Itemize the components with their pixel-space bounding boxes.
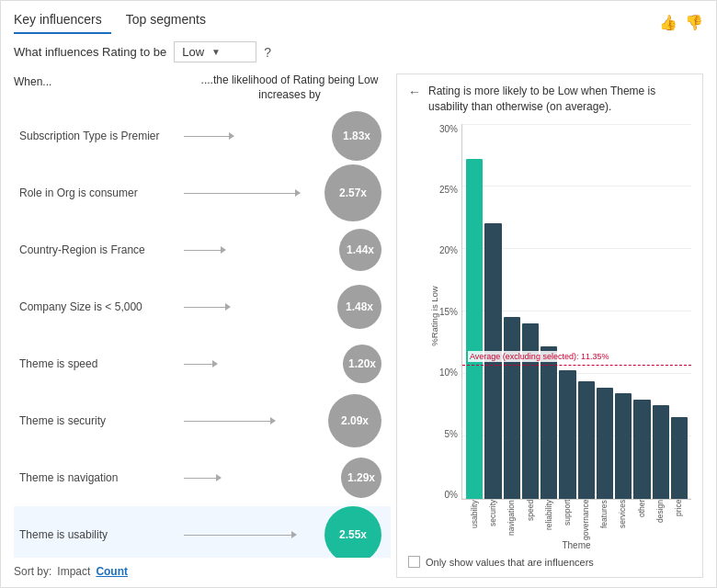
help-icon[interactable]: ? [264, 45, 271, 60]
y-tick: 30% [439, 124, 458, 134]
bar-wrapper [559, 124, 575, 499]
x-axis-title: Theme [461, 540, 691, 550]
arrow-line [184, 421, 275, 422]
bar[interactable] [559, 370, 575, 499]
influencer-item[interactable]: Theme is security2.09x [14, 392, 391, 449]
influencer-label: Company Size is < 5,000 [14, 300, 184, 313]
tab-key-influencers[interactable]: Key influencers [14, 10, 111, 34]
x-label: features [595, 500, 613, 538]
influencer-label: Theme is usability [14, 528, 184, 541]
multiplier-circle: 2.09x [328, 394, 381, 447]
arrow-line [184, 193, 300, 194]
when-header: When... [14, 74, 198, 102]
bottom-row: Only show values that are influencers [408, 556, 691, 568]
arrowhead-icon [229, 132, 234, 140]
bar[interactable] [522, 323, 539, 499]
average-label: Average (excluding selected): 11.35% [468, 351, 610, 362]
x-label: other [632, 500, 651, 538]
right-title: Rating is more likely to be Low when The… [428, 84, 691, 115]
checkbox-label: Only show values that are influencers [426, 557, 594, 568]
bar[interactable] [578, 381, 595, 499]
filter-row: What influences Rating to be Low ▼ ? [14, 41, 703, 62]
bars-container: Average (excluding selected): 11.35% [461, 124, 691, 500]
influencer-label: Theme is security [14, 414, 184, 427]
sort-count[interactable]: Count [96, 565, 128, 578]
bar[interactable] [541, 346, 557, 499]
bar[interactable] [504, 317, 520, 499]
bar-wrapper [484, 124, 501, 499]
back-arrow-icon[interactable]: ← [408, 85, 421, 99]
x-label: security [484, 500, 502, 538]
influencer-arrow: 1.83x [184, 113, 391, 159]
bar[interactable] [653, 405, 669, 499]
bar[interactable] [615, 393, 632, 499]
x-label: support [558, 500, 576, 538]
bar[interactable] [633, 400, 650, 499]
arrowhead-icon [270, 417, 276, 424]
y-tick: 0% [445, 490, 458, 500]
influencer-label: Theme is speed [14, 357, 184, 370]
arrow-line [184, 250, 225, 251]
thumbs-up-icon[interactable]: 👍 [659, 14, 677, 31]
right-panel: ← Rating is more likely to be Low when T… [396, 74, 703, 578]
bars-row: 30%25%20%15%10%5%0%Average (excluding se… [436, 124, 691, 500]
arrow-line [184, 535, 296, 536]
x-label: speed [521, 500, 540, 538]
influencer-item[interactable]: Theme is speed1.20x [14, 335, 391, 392]
only-influencers-checkbox[interactable] [408, 556, 420, 568]
thumbs-down-icon[interactable]: 👎 [685, 14, 703, 31]
filter-dropdown[interactable]: Low ▼ [174, 41, 256, 62]
bar[interactable] [671, 417, 688, 499]
tabs: Key influencers Top segments [14, 10, 215, 34]
multiplier-circle: 1.44x [339, 229, 381, 271]
bar-wrapper [615, 124, 632, 499]
x-axis-labels: usabilitysecuritynavigationspeedreliabil… [461, 500, 691, 538]
sort-impact[interactable]: Impact [57, 565, 90, 578]
multiplier-circle: 1.48x [337, 285, 381, 329]
influencer-arrow: 2.09x [184, 398, 391, 444]
bar-wrapper [597, 124, 613, 499]
likelihood-header: ....the likelihood of Rating being Low i… [198, 74, 381, 102]
multiplier-circle: 1.29x [341, 458, 381, 498]
influencer-item[interactable]: Subscription Type is Premier1.83x [14, 107, 391, 164]
influencer-item[interactable]: Company Size is < 5,0001.48x [14, 278, 391, 335]
x-label: price [669, 500, 688, 538]
bar-wrapper [578, 124, 595, 499]
influencer-arrow: 2.55x [184, 512, 391, 558]
bar[interactable] [597, 388, 613, 499]
bar-wrapper [653, 124, 669, 499]
x-label: navigation [502, 500, 520, 538]
main-content: When... ....the likelihood of Rating bei… [14, 74, 703, 578]
chart-inner-wrap: 30%25%20%15%10%5%0%Average (excluding se… [436, 124, 691, 550]
multiplier-circle: 2.57x [324, 164, 381, 221]
influencer-item[interactable]: Theme is usability2.55x [14, 506, 391, 558]
left-header: When... ....the likelihood of Rating bei… [14, 74, 391, 102]
influencer-item[interactable]: Country-Region is France1.44x [14, 221, 391, 278]
bar-wrapper [522, 124, 539, 499]
x-label: reliability [540, 500, 558, 538]
arrow-line [184, 307, 230, 308]
dropdown-arrow-icon: ▼ [211, 47, 221, 57]
influencer-arrow: 1.48x [184, 284, 391, 330]
bar-group [462, 124, 691, 499]
y-tick: 15% [439, 307, 458, 317]
top-bar: Key influencers Top segments 👍 👎 [14, 10, 703, 34]
influencer-label: Country-Region is France [14, 243, 184, 256]
arrowhead-icon [291, 531, 297, 538]
influencer-label: Subscription Type is Premier [14, 130, 184, 142]
influencer-item[interactable]: Theme is navigation1.29x [14, 449, 391, 506]
y-tick: 20% [439, 245, 458, 255]
influencer-arrow: 2.57x [184, 170, 391, 216]
bar[interactable] [466, 159, 483, 499]
x-label: usability [465, 500, 484, 538]
multiplier-circle: 1.83x [332, 111, 381, 161]
arrowhead-icon [221, 246, 226, 254]
arrowhead-icon [212, 360, 218, 368]
tab-top-segments[interactable]: Top segments [111, 10, 215, 34]
left-panel: When... ....the likelihood of Rating bei… [14, 74, 391, 578]
influencer-item[interactable]: Role in Org is consumer2.57x [14, 164, 391, 221]
influencer-list: Subscription Type is Premier1.83xRole in… [14, 107, 391, 558]
sort-label: Sort by: [14, 565, 51, 578]
chart-area: %Rating is Low30%25%20%15%10%5%0%Average… [408, 124, 691, 550]
influencer-arrow: 1.29x [184, 455, 391, 501]
